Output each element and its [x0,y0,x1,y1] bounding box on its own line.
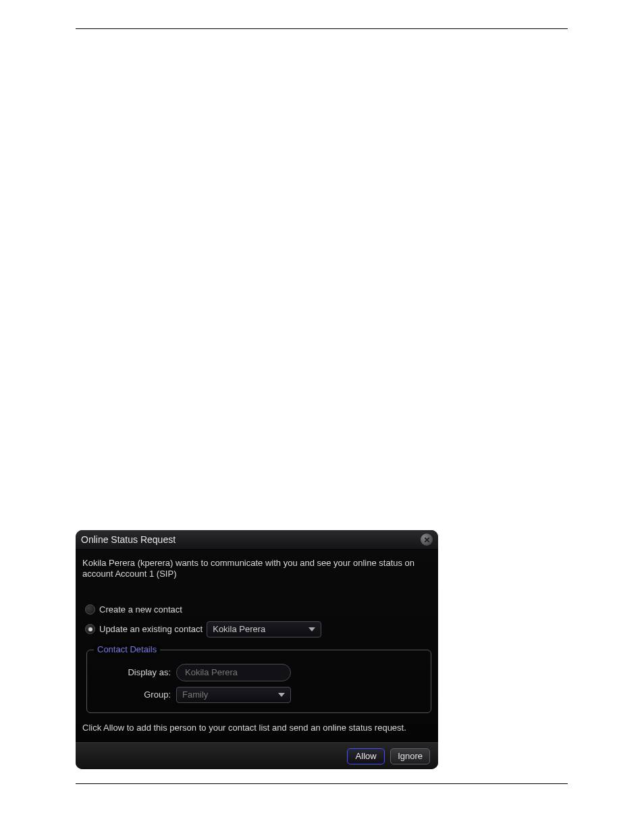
existing-contact-dropdown[interactable]: Kokila Perera [207,621,321,637]
ignore-button[interactable]: Ignore [390,748,430,764]
existing-contact-value: Kokila Perera [213,624,265,634]
group-dropdown[interactable]: Family [176,687,291,703]
display-as-input[interactable] [176,664,291,681]
contact-details-legend: Contact Details [94,644,160,654]
display-as-label: Display as: [97,667,176,677]
dialog-title: Online Status Request [81,534,421,545]
page-divider-top [76,28,568,29]
page-divider-bottom [76,783,568,784]
online-status-request-dialog: Online Status Request Kokila Perera (kpe… [76,530,438,769]
radio-update-contact[interactable] [85,624,95,634]
update-contact-option[interactable]: Update an existing contact Kokila Perera [81,621,433,637]
create-contact-option[interactable]: Create a new contact [81,604,433,615]
radio-create-contact[interactable] [85,604,95,615]
display-as-row: Display as: [97,664,421,681]
close-icon [424,537,430,543]
chevron-down-icon [278,693,285,697]
contact-details-fieldset: Contact Details Display as: Group: Famil… [86,650,431,713]
chevron-down-icon [308,627,315,631]
dialog-footer: Allow Ignore [76,742,438,769]
dialog-body: Kokila Perera (kperera) wants to communi… [76,550,438,733]
close-button[interactable] [421,533,433,546]
radio-update-contact-label: Update an existing contact [99,624,203,634]
radio-create-contact-label: Create a new contact [99,604,182,615]
dialog-titlebar: Online Status Request [76,530,438,550]
group-row: Group: Family [97,687,421,703]
group-label: Group: [97,689,176,700]
request-message: Kokila Perera (kperera) wants to communi… [81,552,433,580]
group-value: Family [182,689,208,700]
hint-text: Click Allow to add this person to your c… [81,713,433,733]
allow-button[interactable]: Allow [347,748,385,764]
